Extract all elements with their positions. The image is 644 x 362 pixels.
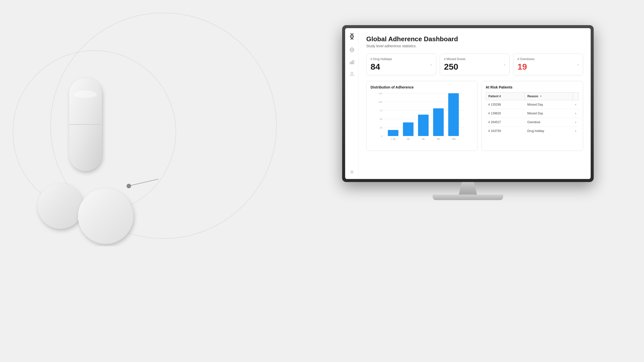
drug-holidays-value: 84 [371, 62, 392, 72]
svg-rect-15 [353, 60, 354, 64]
charts-row: Distribution of Adherence 125 100 75 50 … [366, 81, 583, 151]
svg-rect-13 [350, 62, 351, 64]
main-content: Global Adherence Dashboard Study level a… [359, 28, 591, 179]
bar-chart-svg: 125 100 75 50 25 0 [371, 91, 473, 144]
overdoses-value: 19 [517, 62, 535, 72]
drug-holidays-label: # Drug Holidays [371, 57, 392, 61]
svg-point-6 [127, 184, 131, 188]
svg-text:75: 75 [380, 109, 382, 112]
drug-holidays-content: # Drug Holidays 84 [371, 57, 392, 72]
row-arrow: › [573, 109, 579, 118]
overdoses-arrow: › [577, 62, 579, 67]
distribution-chart-card: Distribution of Adherence 125 100 75 50 … [366, 81, 477, 151]
overdoses-card[interactable]: # Overdoses 19 › [513, 54, 583, 75]
svg-text:40: 40 [407, 138, 410, 140]
missed-doses-label: # Missed Doses [444, 57, 465, 61]
svg-rect-14 [351, 61, 352, 64]
risk-title: At Risk Patients [486, 85, 579, 89]
row-arrow: › [573, 118, 579, 127]
distribution-chart-title: Distribution of Adherence [371, 85, 473, 89]
logo-icon [348, 32, 356, 40]
table-row[interactable]: # 139826 Missed Day › [486, 109, 579, 118]
missed-doses-arrow: › [504, 62, 505, 67]
page-title: Global Adherence Dashboard [366, 35, 583, 43]
reason: Missed Day [525, 109, 573, 118]
svg-text:100: 100 [379, 101, 382, 103]
svg-rect-36 [433, 108, 444, 136]
svg-rect-34 [418, 115, 429, 136]
table-row[interactable]: # 135298 Missed Day › [486, 100, 579, 109]
svg-text:50: 50 [380, 118, 382, 120]
svg-text:< 20: < 20 [391, 138, 395, 140]
overdoses-label: # Overdoses [517, 57, 535, 61]
missed-doses-card[interactable]: # Missed Doses 250 › [440, 54, 510, 75]
stand-base [433, 195, 503, 200]
col-reason[interactable]: Reason ▾ [525, 93, 573, 100]
page-subtitle: Study level adherence statistics. [366, 44, 583, 48]
reason: Drug holiday [525, 127, 573, 135]
patient-id: # 163759 [486, 127, 525, 135]
svg-text:80: 80 [437, 138, 440, 140]
svg-text:25: 25 [380, 126, 382, 129]
reason: Missed Day [525, 100, 573, 109]
row-arrow: › [573, 127, 579, 135]
svg-text:0: 0 [381, 135, 382, 138]
sidebar-settings-icon[interactable] [349, 169, 355, 175]
sidebar [345, 28, 359, 179]
svg-line-5 [128, 178, 158, 186]
reason: Overdose [525, 118, 573, 127]
col-arrow-header [573, 93, 579, 100]
table-row[interactable]: # 264527 Overdose › [486, 118, 579, 127]
logo [348, 32, 356, 41]
monitor-bezel: Global Adherence Dashboard Study level a… [342, 25, 594, 182]
stand-neck [453, 182, 483, 195]
svg-text:>90: >90 [452, 138, 455, 140]
sidebar-globe-icon[interactable] [349, 47, 355, 53]
svg-rect-30 [388, 130, 398, 136]
patient-id: # 264527 [486, 118, 525, 127]
svg-rect-32 [403, 122, 414, 136]
svg-rect-38 [448, 93, 459, 136]
overdoses-content: # Overdoses 19 [517, 57, 535, 72]
monitor-stand [342, 182, 594, 200]
svg-point-2 [74, 90, 97, 98]
svg-text:60: 60 [422, 138, 425, 140]
risk-card: At Risk Patients Patient # Reason ▾ [481, 81, 583, 151]
row-arrow: › [573, 100, 579, 109]
pill-svg [20, 70, 158, 246]
col-patient: Patient # [486, 93, 525, 100]
monitor-screen: Global Adherence Dashboard Study level a… [345, 28, 591, 179]
missed-doses-content: # Missed Doses 250 [444, 57, 465, 72]
patient-id: # 139826 [486, 109, 525, 118]
reason-sort-icon: ▾ [540, 95, 542, 98]
monitor: Global Adherence Dashboard Study level a… [342, 25, 594, 200]
drug-holidays-card[interactable]: # Drug Holidays 84 › [366, 54, 436, 75]
missed-doses-value: 250 [444, 62, 465, 72]
patient-id: # 135298 [486, 100, 525, 109]
drug-holidays-arrow: › [430, 62, 432, 67]
svg-point-17 [351, 171, 353, 173]
chart-area: 125 100 75 50 25 0 [371, 91, 473, 147]
sidebar-chart-icon[interactable] [349, 59, 355, 65]
table-row[interactable]: # 163759 Drug holiday › [486, 127, 579, 135]
stat-cards: # Drug Holidays 84 › # Missed Doses 250 … [366, 54, 583, 75]
pill-illustration [20, 70, 158, 246]
svg-point-4 [78, 189, 133, 244]
svg-text:125: 125 [379, 92, 382, 95]
svg-point-3 [38, 184, 83, 229]
risk-table: Patient # Reason ▾ [486, 92, 579, 135]
sidebar-user-icon[interactable] [349, 71, 355, 77]
svg-point-16 [351, 72, 353, 74]
